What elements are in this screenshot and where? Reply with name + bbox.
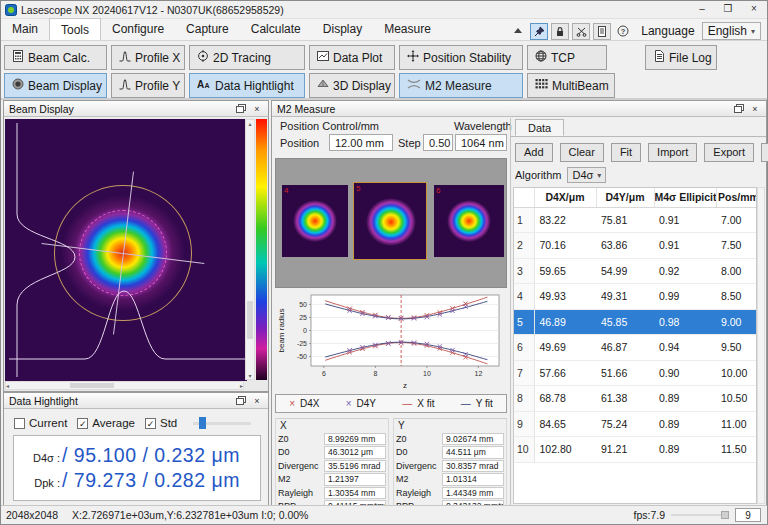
step-input[interactable]: 0.50 (423, 134, 453, 151)
toolbar-button-3d-display[interactable]: 3D Display (309, 73, 395, 98)
table-row[interactable]: 649.6946.870.949.50 (514, 335, 757, 361)
table-header[interactable] (514, 188, 534, 207)
table-row[interactable]: 546.8945.850.989.00 (514, 309, 757, 335)
checkbox-current[interactable]: Current (14, 417, 67, 429)
legend-item-d4y: ×D4Y (346, 398, 376, 409)
minimize-button[interactable]: – (689, 1, 715, 18)
menu-tab-capture[interactable]: Capture (175, 18, 240, 40)
add-button[interactable]: Add (515, 143, 553, 162)
table-scrollbar[interactable] (757, 187, 765, 504)
menu-tab-measure[interactable]: Measure (373, 18, 442, 40)
fit-row: D0 46.3012 μm (278, 446, 386, 460)
scissors-icon[interactable] (572, 23, 590, 40)
toolbar-button-position-stability[interactable]: Position Stability (399, 45, 523, 70)
toolbar-button-tcp[interactable]: TCP (527, 45, 607, 70)
menu-tab-calculate[interactable]: Calculate (240, 18, 312, 40)
toolbar-button-file-log[interactable]: File Log (645, 45, 717, 70)
scroll-down-icon[interactable]: ▾ (248, 372, 251, 379)
scroll-right-icon[interactable]: ▸ (240, 382, 243, 389)
clear-button[interactable]: Clear (560, 143, 604, 162)
fit-value: 44.511 μm (442, 446, 504, 459)
fit-value: 9.02674 mm (442, 433, 504, 446)
table-row[interactable]: 757.6651.660.9010.00 (514, 360, 757, 386)
toolbar-button-beam-calc-[interactable]: Beam Calc. (4, 45, 107, 70)
table-row[interactable]: 984.6575.240.8911.00 (514, 411, 757, 437)
table-row[interactable]: 868.7861.380.8910.50 (514, 386, 757, 412)
restore-icon[interactable] (731, 102, 747, 115)
restore-icon[interactable] (233, 102, 249, 115)
close-icon[interactable]: × (249, 394, 265, 407)
status-bar: 2048x2048 X:2.726971e+03um,Y:6.232781e+0… (1, 505, 767, 524)
collapse-arrow-icon[interactable] (509, 23, 527, 40)
checkbox-icon (14, 418, 25, 429)
beam-canvas[interactable] (5, 119, 247, 381)
chart-icon (317, 50, 329, 65)
table-row[interactable]: 270.1663.860.917.50 (514, 233, 757, 259)
table-header[interactable]: M4σ Ellipicit (654, 188, 716, 207)
lock-icon[interactable] (551, 23, 569, 40)
data-highlight-titlebar: Data Hightlight × (4, 393, 268, 409)
m2-chart-legend: ×D4X×D4Y—X fit—Y fit (275, 394, 507, 413)
document-icon[interactable] (593, 23, 611, 40)
menu-tab-configure[interactable]: Configure (101, 18, 175, 40)
beam-thumbnail-4[interactable]: 4 (282, 185, 348, 257)
svg-text:A: A (197, 79, 204, 90)
import-button[interactable]: Import (648, 143, 697, 162)
language-select[interactable]: English ▾ (702, 22, 761, 40)
toolbar-button-multibeam[interactable]: MultiBeam (527, 73, 615, 98)
menu-tab-tools[interactable]: Tools (49, 18, 101, 40)
toolbar-button-beam-display[interactable]: Beam Display (4, 73, 107, 98)
data-highlight-panel: Data Hightlight × Current✓Average✓Std D4… (3, 392, 269, 507)
scrollbar-thumb[interactable] (247, 301, 253, 339)
algorithm-select[interactable]: D4σ ▾ (567, 167, 606, 183)
restore-icon[interactable] (233, 394, 249, 407)
checkbox-std[interactable]: ✓Std (145, 417, 177, 429)
scroll-left-icon[interactable]: ◂ (6, 382, 9, 389)
toolbar-button-m2-measure[interactable]: M2 Measure (399, 73, 523, 98)
scrollbar-thumb[interactable] (70, 383, 114, 388)
table-header[interactable]: D4X/μm (534, 188, 596, 207)
fit-value: 8.99269 mm (324, 433, 386, 446)
close-icon[interactable]: × (747, 102, 763, 115)
toolbar-button-data-hightlight[interactable]: AAData Hightlight (189, 73, 305, 98)
help-icon[interactable]: ? (614, 23, 632, 40)
tab-data[interactable]: Data (515, 119, 564, 136)
beam-thumbnail-6[interactable]: 6 (434, 185, 504, 257)
menu-tab-display[interactable]: Display (312, 18, 373, 40)
toolbar-button-data-plot[interactable]: Data Plot (309, 45, 395, 70)
toolbar-button-profile-y[interactable]: Profile Y (111, 73, 185, 98)
fps-slider[interactable] (671, 510, 729, 520)
slider-handle[interactable] (199, 417, 206, 429)
wavelength-input[interactable]: 1064 nm (455, 134, 507, 151)
cursor-coords-text: X:2.726971e+03um,Y:6.232781e+03um I:0; 0… (72, 509, 308, 521)
menu-tab-main[interactable]: Main (1, 18, 49, 40)
step-label: Step (398, 137, 421, 149)
close-icon[interactable]: × (249, 102, 265, 115)
table-header[interactable]: D4Y/μm (596, 188, 654, 207)
checkbox-average[interactable]: ✓Average (77, 417, 135, 429)
toolbar-button-2d-tracing[interactable]: 2D Tracing (189, 45, 305, 70)
fps-value-box[interactable]: 9 (735, 508, 761, 522)
beam-horizontal-scrollbar[interactable]: ◂▸ (5, 381, 244, 390)
scroll-up-icon[interactable]: ▴ (248, 120, 251, 127)
close-button[interactable]: × (741, 1, 767, 18)
toolbar-button-profile-x[interactable]: Profile X (111, 45, 185, 70)
table-row[interactable]: 183.2275.810.917.00 (514, 207, 757, 233)
export-button[interactable]: Export (704, 143, 754, 162)
table-row[interactable]: 449.9349.310.998.50 (514, 284, 757, 310)
position-input[interactable]: 12.00 mm (329, 134, 393, 151)
profile-peak-icon (119, 50, 131, 65)
report-button[interactable]: Report (761, 143, 768, 162)
beam-vertical-scrollbar[interactable]: ▴▾ (245, 119, 255, 380)
data-buttons-row: AddClearFitImportExportReport (515, 143, 768, 162)
table-header[interactable]: Pos/mm (716, 188, 757, 207)
fit-button[interactable]: Fit (611, 143, 641, 162)
menu-right-icons: Language English ▾ ? (509, 22, 767, 40)
table-row[interactable]: 10102.8091.210.8911.50 (514, 437, 757, 463)
svg-text:6: 6 (322, 370, 326, 377)
std-opacity-slider[interactable] (193, 417, 251, 429)
table-row[interactable]: 359.6554.990.928.00 (514, 258, 757, 284)
pin-icon[interactable] (530, 23, 548, 40)
beam-thumbnail-5[interactable]: 5 (353, 182, 427, 260)
maximize-button[interactable]: ❒ (715, 1, 741, 18)
